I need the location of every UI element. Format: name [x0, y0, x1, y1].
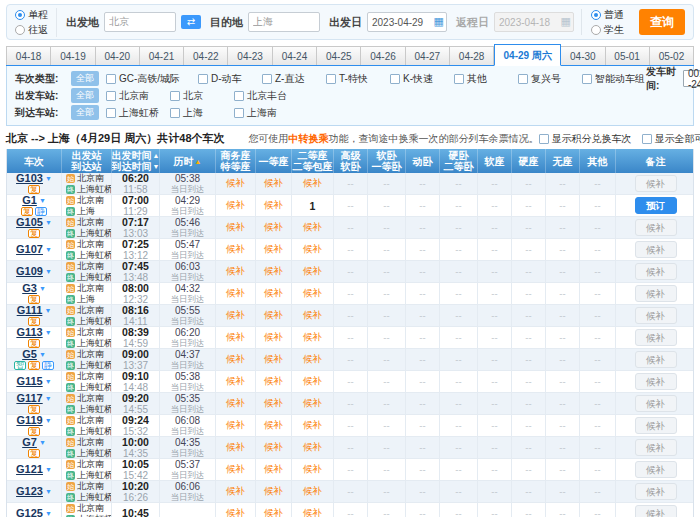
waitlist-button[interactable]: 候补 [635, 483, 677, 500]
column-header[interactable]: 软卧一等卧 [367, 149, 405, 173]
calendar-icon[interactable]: ▦ [434, 16, 444, 27]
date-tab-04-26[interactable]: 04-26 [361, 46, 405, 65]
date-tab-04-23[interactable]: 04-23 [228, 46, 272, 65]
depart-station-all-button[interactable]: 全部 [71, 88, 99, 103]
expand-caret-icon[interactable]: ▼ [45, 464, 52, 475]
expand-caret-icon[interactable]: ▼ [45, 327, 52, 338]
date-tab-05-02[interactable]: 05-02 [650, 46, 694, 65]
date-tab-04-20[interactable]: 04-20 [96, 46, 140, 65]
expand-caret-icon[interactable]: ▼ [39, 283, 46, 294]
from-input[interactable] [104, 12, 176, 32]
train-number-link[interactable]: G121 [16, 464, 43, 475]
expand-caret-icon[interactable]: ▼ [45, 415, 52, 426]
expand-caret-icon[interactable]: ▼ [39, 349, 46, 360]
date-tab-04-19[interactable]: 04-19 [51, 46, 95, 65]
waitlist-button[interactable]: 候补 [635, 175, 677, 192]
trip-oneway-radio[interactable]: 单程 [15, 8, 48, 22]
column-header[interactable]: 软座 [477, 149, 511, 173]
train-number-link[interactable]: G7 [22, 437, 37, 448]
column-header[interactable]: 车次 [7, 149, 61, 173]
train-type-option-checkbox[interactable]: 复兴号 [518, 72, 582, 86]
date-tab-05-01[interactable]: 05-01 [606, 46, 650, 65]
train-number-link[interactable]: G109 [16, 266, 43, 277]
column-header[interactable]: 硬座 [511, 149, 545, 173]
depart-station-option-checkbox[interactable]: 北京南 [106, 89, 170, 103]
expand-caret-icon[interactable]: ▼ [45, 217, 52, 228]
column-header[interactable]: 其他 [579, 149, 615, 173]
expand-caret-icon[interactable]: ▼ [45, 173, 52, 184]
train-number-link[interactable]: G107 [16, 244, 43, 255]
train-type-option-checkbox[interactable]: T-特快 [326, 72, 390, 86]
arrive-station-option-checkbox[interactable]: 上海南 [234, 106, 298, 120]
train-number-link[interactable]: G5 [22, 349, 37, 360]
train-number-link[interactable]: G1 [22, 195, 37, 206]
waitlist-button[interactable]: 候补 [635, 285, 677, 302]
waitlist-button[interactable]: 候补 [635, 219, 677, 236]
column-header[interactable]: 出发时间▲到达时间▼ [111, 149, 159, 173]
train-number-link[interactable]: G113 [16, 327, 42, 338]
train-type-option-checkbox[interactable]: 其他 [454, 72, 518, 86]
train-type-option-checkbox[interactable]: Z-直达 [262, 72, 326, 86]
train-type-option-checkbox[interactable]: K-快速 [390, 72, 454, 86]
date-tab-04-21[interactable]: 04-21 [140, 46, 184, 65]
waitlist-button[interactable]: 候补 [635, 351, 677, 368]
expand-caret-icon[interactable]: ▼ [44, 305, 51, 316]
arrive-station-option-checkbox[interactable]: 上海虹桥 [106, 106, 170, 120]
arrive-station-all-button[interactable]: 全部 [71, 105, 99, 120]
passenger-student-radio[interactable]: 学生 [591, 23, 624, 37]
date-tab-04-18[interactable]: 04-18 [6, 46, 51, 65]
swap-stations-icon[interactable]: ⇄ [181, 15, 201, 29]
expand-caret-icon[interactable]: ▼ [45, 486, 52, 497]
expand-caret-icon[interactable]: ▼ [45, 376, 52, 387]
train-type-option-checkbox[interactable]: GC-高铁/城际 [106, 72, 198, 86]
expand-caret-icon[interactable]: ▼ [45, 393, 52, 404]
date-tab-04-24[interactable]: 04-24 [273, 46, 317, 65]
to-input[interactable] [248, 12, 320, 32]
column-header[interactable]: 高级软卧 [333, 149, 367, 173]
date-tab-04-30[interactable]: 04-30 [561, 46, 605, 65]
column-header[interactable]: 出发站到达站 [61, 149, 111, 173]
train-number-link[interactable]: G125 [16, 508, 43, 517]
waitlist-button[interactable]: 候补 [635, 461, 677, 478]
column-header[interactable]: 一等座 [255, 149, 291, 173]
transfer-link[interactable]: 中转换乘 [289, 133, 329, 144]
expand-caret-icon[interactable]: ▼ [45, 244, 52, 255]
query-button[interactable]: 查询 [639, 9, 685, 35]
train-type-option-checkbox[interactable]: 智能动车组 [582, 72, 646, 86]
train-number-link[interactable]: G117 [16, 393, 42, 404]
train-number-link[interactable]: G119 [16, 415, 42, 426]
column-header[interactable]: 二等座二等包座 [291, 149, 333, 173]
train-type-all-button[interactable]: 全部 [71, 71, 99, 86]
train-number-link[interactable]: G105 [16, 217, 43, 228]
column-header[interactable]: 商务座特等座 [215, 149, 255, 173]
waitlist-button[interactable]: 候补 [635, 395, 677, 412]
waitlist-button[interactable]: 候补 [635, 241, 677, 258]
waitlist-button[interactable]: 候补 [635, 263, 677, 280]
depart-time-select[interactable]: 00:00--24:00 ▼ [683, 70, 700, 87]
waitlist-button[interactable]: 候补 [635, 417, 677, 434]
train-number-link[interactable]: G3 [22, 283, 37, 294]
date-tab-04-29 周六[interactable]: 04-29 周六 [494, 44, 561, 66]
arrive-station-option-checkbox[interactable]: 上海 [170, 106, 234, 120]
waitlist-button[interactable]: 候补 [635, 307, 677, 324]
date-tab-04-27[interactable]: 04-27 [406, 46, 450, 65]
train-number-link[interactable]: G115 [16, 376, 42, 387]
points-exchange-checkbox[interactable]: 显示积分兑换车次 [539, 132, 632, 146]
train-number-link[interactable]: G111 [17, 305, 43, 316]
expand-caret-icon[interactable]: ▼ [45, 266, 52, 277]
waitlist-button[interactable]: 候补 [635, 373, 677, 390]
column-header[interactable]: 硬卧二等卧 [439, 149, 477, 173]
waitlist-button[interactable]: 候补 [635, 505, 677, 517]
trip-round-radio[interactable]: 往返 [15, 23, 48, 37]
column-header[interactable]: 备注 [615, 149, 695, 173]
train-type-option-checkbox[interactable]: D-动车 [198, 72, 262, 86]
date-tab-04-22[interactable]: 04-22 [184, 46, 228, 65]
date-tab-04-25[interactable]: 04-25 [317, 46, 361, 65]
date-tab-04-28[interactable]: 04-28 [450, 46, 494, 65]
column-header[interactable]: 无座 [545, 149, 579, 173]
train-number-link[interactable]: G123 [16, 486, 43, 497]
expand-caret-icon[interactable]: ▼ [39, 195, 46, 206]
waitlist-button[interactable]: 候补 [635, 329, 677, 346]
depart-station-option-checkbox[interactable]: 北京丰台 [234, 89, 298, 103]
book-button[interactable]: 预订 [635, 197, 677, 214]
